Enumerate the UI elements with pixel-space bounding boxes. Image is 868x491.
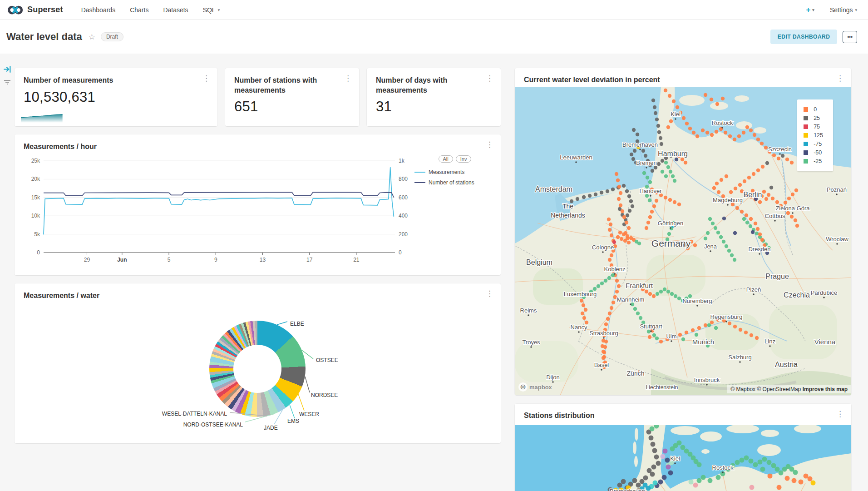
svg-text:5k: 5k — [34, 231, 40, 238]
svg-text:29: 29 — [84, 257, 90, 263]
legend-value-label: 25 — [814, 115, 820, 121]
superset-logo[interactable]: Superset — [7, 5, 63, 15]
svg-text:Bremerhaven: Bremerhaven — [610, 488, 645, 491]
legend-value-label: 0 — [814, 106, 817, 113]
settings-label: Settings — [830, 6, 853, 14]
svg-text:0: 0 — [399, 249, 402, 256]
donut-slice-label: EMS — [287, 418, 299, 424]
chart-menu-icon[interactable]: ⋮ — [834, 74, 846, 83]
big-number-days-card: ⋮ Number of days with measurements 31 — [367, 68, 501, 126]
legend-line-swatch — [414, 172, 425, 173]
settings-menu[interactable]: Settings ▾ — [830, 6, 857, 14]
chart-menu-icon[interactable]: ⋮ — [201, 74, 212, 83]
expand-filter-bar-icon[interactable] — [4, 65, 11, 73]
svg-text:Jun: Jun — [117, 257, 127, 263]
svg-text:Cologne: Cologne — [592, 244, 614, 251]
svg-text:Czechia: Czechia — [784, 291, 810, 299]
svg-text:Szczecin: Szczecin — [768, 146, 792, 153]
chart-menu-icon[interactable]: ⋮ — [484, 140, 495, 149]
svg-text:Basel: Basel — [594, 362, 609, 368]
stations-map[interactable]: KielRostockBremerhaven — [515, 425, 851, 491]
infinity-logo-icon — [7, 5, 24, 15]
svg-text:Berlin: Berlin — [744, 191, 762, 198]
legend-label: Number of stations — [429, 179, 474, 186]
nav-sql-label: SQL — [203, 6, 216, 14]
svg-text:Plzeň: Plzeň — [746, 286, 761, 293]
big-number-stations-card: ⋮ Number of stations with measurements 6… — [225, 68, 359, 126]
svg-text:Cottbus: Cottbus — [765, 213, 785, 219]
svg-text:Ulm: Ulm — [666, 333, 676, 340]
legend-line-swatch — [414, 182, 425, 183]
map-legend-item[interactable]: 0 — [804, 106, 823, 113]
dashboard-header: Water level data ☆ Draft EDIT DASHBOARD … — [0, 20, 868, 54]
big-number-value: 10,530,631 — [24, 89, 208, 105]
donut-slice-label: WESEL-DATTELN-KANAL — [162, 411, 227, 417]
map-legend-item[interactable]: 125 — [804, 132, 823, 139]
svg-text:Bremen: Bremen — [636, 159, 657, 166]
legend-value-label: 75 — [814, 124, 820, 130]
legend-item-measurements[interactable]: Measurements — [414, 169, 495, 175]
svg-text:Belgium: Belgium — [526, 258, 552, 266]
svg-text:Netherlands: Netherlands — [551, 212, 585, 219]
svg-text:Koblenz: Koblenz — [604, 266, 626, 273]
svg-text:Jena: Jena — [704, 243, 717, 250]
mapbox-logo[interactable]: Ⓜ mapbox — [518, 382, 552, 392]
legend-all-button[interactable]: All — [439, 155, 453, 163]
donut-slice-label: WESER — [299, 411, 319, 417]
svg-text:25k: 25k — [31, 158, 40, 164]
edit-dashboard-button[interactable]: EDIT DASHBOARD — [770, 30, 838, 44]
svg-text:Vienna: Vienna — [814, 338, 836, 346]
svg-text:Linz: Linz — [764, 338, 775, 345]
map-legend-item[interactable]: 25 — [804, 115, 823, 121]
legend-value-label: -50 — [814, 149, 822, 156]
chart-title: Number of stations with measurements — [234, 75, 350, 95]
map-legend-item[interactable]: 75 — [804, 124, 823, 130]
chevron-down-icon: ▾ — [855, 8, 857, 12]
nav-charts[interactable]: Charts — [130, 6, 148, 14]
donut-slice-label: NORD-OSTSEE-KANAL — [183, 422, 243, 428]
svg-text:Hamburg: Hamburg — [658, 150, 688, 158]
legend-item-number-of-stations[interactable]: Number of stations — [414, 179, 495, 186]
nav-datasets[interactable]: Datasets — [163, 6, 188, 14]
trendline-sparkline — [21, 113, 63, 123]
svg-text:10k: 10k — [31, 213, 40, 219]
svg-text:Bremerhaven: Bremerhaven — [622, 141, 658, 148]
svg-text:Nancy: Nancy — [571, 324, 587, 331]
dashboard-more-button[interactable]: ••• — [843, 31, 857, 43]
brand-name: Superset — [27, 5, 63, 15]
svg-text:1k: 1k — [399, 158, 405, 164]
svg-text:Innsbruck: Innsbruck — [694, 377, 720, 383]
svg-text:Luxembourg: Luxembourg — [564, 291, 597, 298]
svg-text:Salzburg: Salzburg — [728, 354, 751, 361]
nav-dashboards[interactable]: Dashboards — [81, 6, 116, 14]
favorite-star-icon[interactable]: ☆ — [89, 32, 95, 42]
measurements-hour-chart-card: ⋮ Measurements / hour 005k20010k40015k60… — [15, 134, 501, 275]
svg-text:Mannheim: Mannheim — [617, 296, 645, 303]
map-legend-item[interactable]: -75 — [804, 141, 823, 147]
chart-title: Stations distribution — [515, 404, 851, 425]
svg-text:20k: 20k — [31, 176, 40, 182]
chart-menu-icon[interactable]: ⋮ — [484, 74, 495, 83]
svg-text:Stuttgart: Stuttgart — [640, 323, 662, 330]
nav-sql[interactable]: SQL ▾ — [203, 6, 220, 14]
improve-map-link[interactable]: Improve this map — [803, 386, 848, 392]
donut-chart[interactable] — [209, 321, 306, 417]
donut-hole — [233, 345, 281, 393]
deviation-map[interactable]: GermanyBelgiumCzechiaAustriaTheNetherlan… — [515, 87, 851, 395]
legend-label: Measurements — [429, 169, 464, 175]
legend-inv-button[interactable]: Inv — [456, 155, 472, 163]
stations-map-card: ⋮ Stations distribution — [515, 404, 851, 491]
add-button[interactable]: + ▾ — [806, 5, 814, 15]
svg-text:800: 800 — [399, 176, 408, 182]
filter-icon[interactable] — [3, 79, 11, 86]
svg-text:Rostock: Rostock — [712, 464, 734, 471]
map-legend-item[interactable]: -50 — [804, 149, 823, 156]
svg-text:Magdeburg: Magdeburg — [713, 197, 743, 203]
legend-swatch — [804, 133, 808, 138]
chart-menu-icon[interactable]: ⋮ — [834, 409, 846, 419]
chart-menu-icon[interactable]: ⋮ — [342, 74, 354, 83]
legend-swatch — [804, 142, 808, 146]
map-legend-item[interactable]: -25 — [804, 158, 823, 164]
draft-badge: Draft — [101, 32, 123, 41]
svg-text:400: 400 — [399, 213, 408, 219]
